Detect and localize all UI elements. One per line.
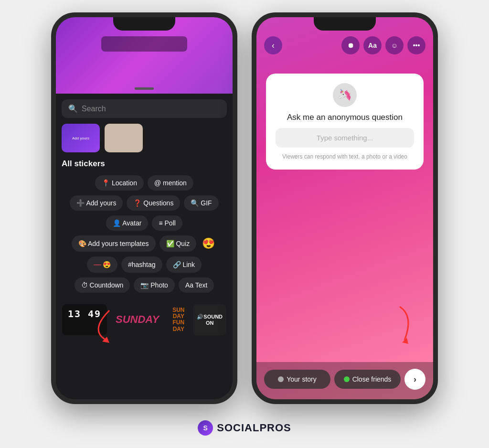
bottom-stickers-row: 13 49 SUNDAY SUNDAYFUNDAY 🔊SOUNDON bbox=[62, 300, 227, 339]
sticker-row-6: ⏱ Countdown 📷 Photo Aa Text bbox=[74, 277, 214, 293]
more-icon-btn[interactable]: ••• bbox=[407, 36, 425, 54]
vol-up-btn bbox=[51, 84, 54, 108]
font-icon-btn[interactable]: Aa bbox=[363, 36, 382, 54]
search-bar[interactable]: 🔍 Search bbox=[62, 99, 227, 118]
preview-sticker-1: Add yours bbox=[62, 124, 100, 152]
right-power-btn bbox=[435, 94, 438, 127]
record-icon: ⏺ bbox=[347, 42, 354, 49]
sticker-location[interactable]: 📍 Location bbox=[95, 175, 144, 191]
right-bottom-bar: Your story Close friends › bbox=[256, 362, 433, 399]
right-phone-screen: ‹ ⏺ Aa ☺ ••• bbox=[256, 17, 433, 399]
left-phone: 🔍 Search Add yours All stickers 📍 L bbox=[51, 12, 237, 404]
more-dots-icon: ••• bbox=[413, 42, 420, 49]
sunday-sticker: SUNDAY bbox=[111, 304, 164, 335]
phone-notch-right bbox=[314, 17, 376, 31]
sticker-avatar[interactable]: 👤 Avatar bbox=[106, 215, 148, 231]
question-card-title: Ask me an anonymous question bbox=[287, 113, 403, 122]
preview-sticker-1-text: Add yours bbox=[71, 135, 90, 141]
question-card[interactable]: 🦄 Ask me an anonymous question Type some… bbox=[266, 74, 424, 170]
your-story-label: Your story bbox=[287, 375, 317, 383]
sticker-hashtag[interactable]: #hashtag bbox=[121, 256, 162, 273]
sticker-questions[interactable]: ❓ Questions bbox=[127, 195, 180, 211]
drag-handle bbox=[135, 87, 154, 90]
camera-icon-btn[interactable]: ⏺ bbox=[341, 36, 360, 54]
question-card-subtitle: Viewers can respond with text, a photo o… bbox=[282, 153, 407, 160]
right-icons-group: ⏺ Aa ☺ ••• bbox=[341, 36, 425, 54]
next-icon: › bbox=[414, 374, 416, 384]
sticker-add-yours[interactable]: ➕ Add yours bbox=[70, 195, 123, 211]
all-stickers-title: All stickers bbox=[62, 159, 227, 169]
font-icon: Aa bbox=[368, 42, 377, 49]
sticker-gif[interactable]: 🔍 GIF bbox=[184, 195, 218, 211]
arrow-annotation-right bbox=[376, 302, 419, 352]
brand-name: SOCIALPROS bbox=[217, 422, 291, 434]
brand-logo-char: S bbox=[203, 424, 208, 432]
close-friends-label: Close friends bbox=[352, 375, 392, 383]
brand-logo: S bbox=[198, 420, 213, 436]
vol-down-btn bbox=[51, 113, 54, 137]
sticker-row-2: ➕ Add yours ❓ Questions 🔍 GIF bbox=[70, 195, 218, 211]
countdown-display: 13 49 bbox=[62, 304, 107, 335]
back-button[interactable]: ‹ bbox=[264, 36, 282, 54]
sunday-fun-day-sticker: SUNDAYFUNDAY bbox=[168, 304, 189, 335]
your-story-dot bbox=[278, 376, 284, 382]
sticker-row-1: 📍 Location @ mention bbox=[95, 175, 193, 191]
sticker-grid: 📍 Location @ mention ➕ Add yours ❓ Quest… bbox=[62, 175, 227, 293]
sticker-row-3: 👤 Avatar ≡ Poll bbox=[106, 215, 182, 231]
sticker-text[interactable]: Aa Text bbox=[179, 277, 214, 293]
right-vol-up-btn bbox=[252, 84, 255, 108]
sticker-row-4: 🎨 Add yours templates ✅ Quiz 😍 bbox=[72, 235, 217, 252]
sticker-photo[interactable]: 📷 Photo bbox=[134, 277, 174, 293]
emoji-icon-btn[interactable]: ☺ bbox=[385, 36, 404, 54]
right-vol-down-btn bbox=[252, 113, 255, 137]
sticker-reaction[interactable]: —😍 bbox=[87, 256, 117, 273]
card-avatar: 🦄 bbox=[333, 83, 357, 107]
preview-row: Add yours bbox=[62, 124, 227, 152]
right-arrow-svg bbox=[376, 302, 419, 350]
preview-sticker-2 bbox=[105, 124, 143, 152]
sticker-mention[interactable]: @ mention bbox=[148, 175, 193, 191]
close-friends-dot bbox=[344, 376, 350, 382]
question-input[interactable]: Type something... bbox=[276, 128, 414, 148]
close-friends-button[interactable]: Close friends bbox=[334, 370, 401, 389]
left-phone-screen: 🔍 Search Add yours All stickers 📍 L bbox=[56, 17, 233, 399]
phone-notch-left bbox=[113, 17, 175, 31]
sound-on-sticker: 🔊SOUNDON bbox=[193, 304, 226, 335]
emoji-face-icon: ☺ bbox=[391, 42, 398, 49]
svg-marker-1 bbox=[402, 338, 408, 344]
search-input-label[interactable]: Search bbox=[82, 105, 106, 113]
sticker-panel[interactable]: 🔍 Search Add yours All stickers 📍 L bbox=[56, 94, 233, 399]
sticker-add-yours-templates[interactable]: 🎨 Add yours templates bbox=[72, 235, 156, 252]
sticker-link[interactable]: 🔗 Link bbox=[166, 256, 202, 273]
back-icon: ‹ bbox=[272, 41, 275, 51]
your-story-button[interactable]: Your story bbox=[264, 370, 330, 389]
brand-footer: S SOCIALPROS bbox=[198, 420, 291, 436]
search-icon: 🔍 bbox=[68, 104, 78, 113]
right-phone: ‹ ⏺ Aa ☺ ••• bbox=[252, 12, 438, 404]
story-top-bar bbox=[101, 36, 187, 52]
next-button[interactable]: › bbox=[404, 369, 425, 390]
sticker-poll[interactable]: ≡ Poll bbox=[152, 215, 182, 231]
sticker-countdown[interactable]: ⏱ Countdown bbox=[74, 277, 130, 293]
sticker-row-5: —😍 #hashtag 🔗 Link bbox=[87, 256, 202, 273]
sticker-quiz[interactable]: ✅ Quiz bbox=[159, 235, 197, 252]
power-btn bbox=[234, 94, 237, 127]
sticker-emoji-face[interactable]: 😍 bbox=[200, 235, 217, 252]
